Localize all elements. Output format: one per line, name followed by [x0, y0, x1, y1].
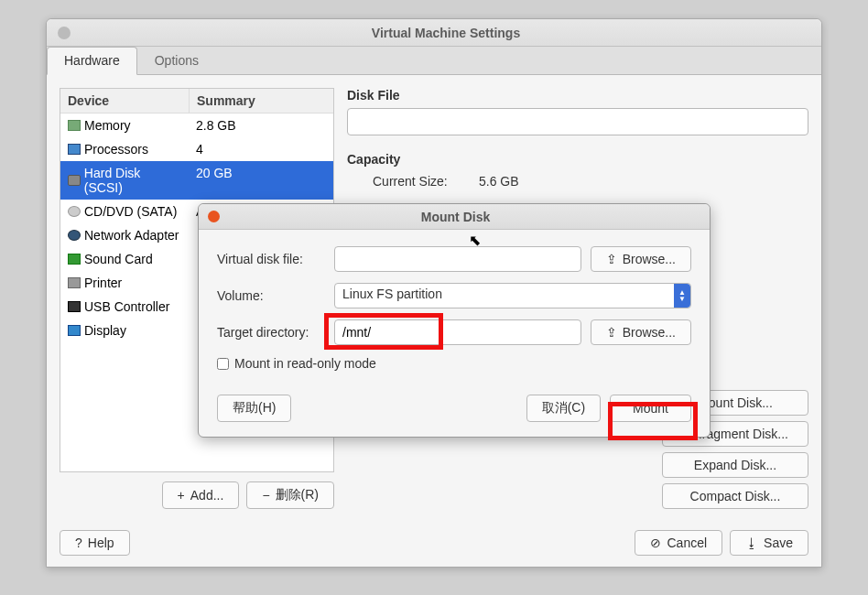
vdisk-label: Virtual disk file:: [217, 252, 325, 266]
device-row-hard-disk-scsi-[interactable]: Hard Disk (SCSI)20 GB: [60, 161, 333, 200]
device-name: CD/DVD (SATA): [84, 204, 177, 219]
volume-select[interactable]: Linux FS partition ▲▼: [334, 283, 691, 308]
tabs: Hardware Options: [47, 47, 821, 75]
prn-icon: [68, 277, 81, 288]
device-name: Display: [84, 323, 126, 338]
net-icon: [68, 230, 81, 241]
cpu-icon: [68, 144, 81, 155]
upload-icon: ⇪: [606, 325, 617, 340]
volume-label: Volume:: [217, 288, 325, 303]
device-name: Printer: [84, 276, 122, 290]
remove-button[interactable]: −删除(R): [246, 481, 334, 509]
save-icon: ⭳: [745, 536, 758, 550]
readonly-checkbox-row[interactable]: Mount in read-only mode: [217, 356, 376, 371]
device-summary: 20 GB: [189, 164, 333, 197]
mount-disk-dialog: Mount Disk ⬉ Virtual disk file: ⇪Browse.…: [198, 203, 711, 438]
close-icon[interactable]: [208, 211, 220, 222]
device-name: Sound Card: [84, 252, 153, 266]
readonly-checkbox[interactable]: [217, 358, 229, 370]
help-button[interactable]: ?Help: [60, 530, 130, 556]
tab-options[interactable]: Options: [137, 47, 216, 74]
device-name: USB Controller: [84, 299, 169, 314]
device-name: Processors: [84, 142, 148, 157]
dialog-help-button[interactable]: 帮助(H): [217, 395, 291, 422]
window-title: Virtual Machine Settings: [71, 26, 821, 40]
readonly-label: Mount in read-only mode: [234, 356, 376, 371]
device-name: Memory: [84, 118, 131, 133]
snd-icon: [68, 254, 81, 265]
device-row-processors[interactable]: Processors4: [60, 137, 333, 161]
device-name: Network Adapter: [84, 228, 179, 243]
vdisk-input[interactable]: [334, 246, 581, 272]
close-icon[interactable]: [58, 27, 71, 39]
disk-file-input[interactable]: [347, 108, 808, 135]
cancel-icon: ⊘: [650, 536, 661, 550]
disk-file-label: Disk File: [347, 88, 808, 103]
col-summary: Summary: [189, 89, 333, 113]
tab-hardware[interactable]: Hardware: [47, 47, 137, 75]
current-size-label: Current Size:: [373, 174, 464, 189]
disk-icon: [68, 175, 81, 186]
device-summary: 4: [189, 140, 333, 158]
cd-icon: [68, 206, 81, 217]
help-icon: ?: [75, 536, 82, 550]
disp-icon: [68, 325, 81, 336]
dialog-title: Mount Disk: [220, 210, 710, 224]
browse-target-button[interactable]: ⇪Browse...: [591, 319, 691, 345]
titlebar: Virtual Machine Settings: [47, 19, 821, 47]
cancel-button[interactable]: ⊘Cancel: [635, 530, 722, 556]
upload-icon: ⇪: [606, 252, 617, 266]
expand-disk-button[interactable]: Expand Disk...: [662, 452, 808, 478]
mount-button[interactable]: Mount: [610, 395, 691, 422]
col-device: Device: [60, 89, 189, 113]
device-row-memory[interactable]: Memory2.8 GB: [60, 114, 333, 137]
capacity-label: Capacity: [347, 152, 808, 167]
target-label: Target directory:: [217, 325, 325, 340]
target-input[interactable]: [334, 319, 581, 345]
mem-icon: [68, 120, 81, 131]
add-button[interactable]: +Add...: [162, 481, 240, 509]
browse-vdisk-button[interactable]: ⇪Browse...: [591, 246, 691, 272]
usb-icon: [68, 301, 81, 312]
dialog-cancel-button[interactable]: 取消(C): [526, 395, 601, 422]
current-size-value: 5.6 GB: [479, 174, 519, 189]
save-button[interactable]: ⭳Save: [730, 530, 808, 556]
plus-icon: +: [178, 488, 185, 503]
volume-value: Linux FS partition: [342, 287, 442, 301]
device-name: Hard Disk (SCSI): [84, 166, 181, 195]
minus-icon: −: [262, 488, 269, 503]
chevron-updown-icon: ▲▼: [674, 284, 690, 308]
compact-disk-button[interactable]: Compact Disk...: [662, 483, 808, 509]
device-summary: 2.8 GB: [189, 116, 333, 135]
